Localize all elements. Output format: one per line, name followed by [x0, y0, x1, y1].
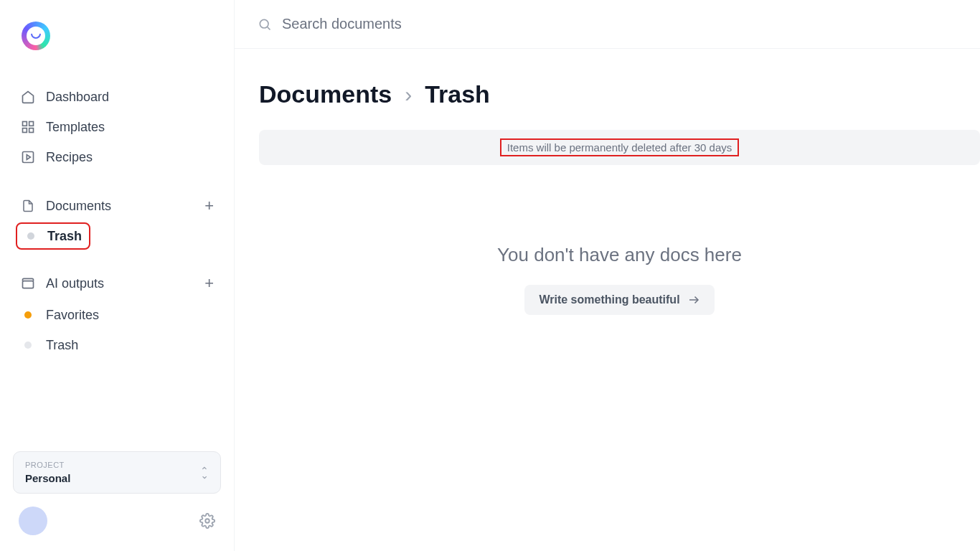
sidebar-item-recipes[interactable]: Recipes: [13, 142, 221, 172]
home-icon: [20, 89, 36, 105]
sidebar-item-trash-2[interactable]: Trash: [13, 330, 221, 360]
content: Documents › Trash Items will be permanen…: [235, 49, 980, 315]
sidebar: Dashboard Templates Recipes Documents + …: [0, 0, 235, 551]
banner-text: Items will be permanently deleted after …: [500, 138, 740, 156]
svg-rect-1: [29, 122, 34, 126]
sidebar-nav: Dashboard Templates Recipes Documents + …: [0, 50, 234, 360]
label: Recipes: [46, 150, 93, 165]
main-area: Documents › Trash Items will be permanen…: [235, 0, 980, 551]
play-square-icon: [20, 149, 36, 165]
logo-area: [0, 0, 234, 50]
add-document-button[interactable]: +: [204, 197, 214, 215]
label: Dashboard: [46, 90, 109, 105]
svg-rect-4: [23, 152, 34, 163]
svg-rect-3: [29, 128, 34, 133]
sidebar-item-documents[interactable]: Documents +: [13, 189, 221, 222]
dot-icon: [20, 337, 36, 353]
dot-icon: [20, 307, 36, 323]
search-input[interactable]: [282, 16, 641, 32]
label: AI outputs: [46, 276, 104, 291]
label: Favorites: [46, 308, 99, 323]
empty-state: You don't have any docs here Write somet…: [259, 244, 980, 315]
arrow-right-icon: [687, 293, 700, 306]
write-something-button[interactable]: Write something beautiful: [524, 285, 714, 315]
empty-title: You don't have any docs here: [259, 244, 980, 266]
breadcrumb: Documents › Trash: [259, 80, 980, 108]
label: Trash: [47, 229, 82, 244]
box-icon: [20, 276, 36, 291]
project-selector[interactable]: PROJECT Personal ⌃⌃: [13, 451, 221, 494]
info-banner: Items will be permanently deleted after …: [259, 130, 980, 165]
chevron-right-icon: ›: [405, 83, 412, 107]
project-caption: PROJECT: [25, 461, 70, 469]
document-icon: [20, 198, 36, 214]
app-logo[interactable]: [22, 22, 50, 50]
svg-point-7: [260, 19, 268, 28]
svg-rect-2: [23, 128, 27, 133]
label: Templates: [46, 120, 105, 135]
svg-line-8: [268, 27, 270, 29]
label: Documents: [46, 199, 111, 214]
gear-icon[interactable]: [199, 513, 215, 529]
search-icon: [258, 17, 272, 32]
add-ai-output-button[interactable]: +: [204, 274, 214, 293]
breadcrumb-leaf: Trash: [425, 80, 490, 108]
sidebar-item-trash[interactable]: Trash: [16, 222, 90, 250]
project-value: Personal: [25, 472, 70, 484]
sidebar-item-templates[interactable]: Templates: [13, 112, 221, 142]
svg-point-6: [205, 519, 209, 523]
label: Trash: [46, 338, 78, 353]
chevron-up-down-icon: ⌃⌃: [200, 468, 209, 477]
svg-rect-0: [23, 122, 27, 126]
sidebar-footer: [0, 507, 234, 551]
write-button-label: Write something beautiful: [539, 293, 679, 306]
dot-icon: [24, 228, 37, 244]
sidebar-item-dashboard[interactable]: Dashboard: [13, 82, 221, 112]
avatar[interactable]: [19, 507, 47, 535]
breadcrumb-root[interactable]: Documents: [259, 80, 392, 108]
grid-icon: [20, 119, 36, 135]
sidebar-item-favorites[interactable]: Favorites: [13, 300, 221, 330]
svg-rect-5: [23, 281, 34, 288]
search-bar: [235, 0, 980, 49]
sidebar-item-ai-outputs[interactable]: AI outputs +: [13, 267, 221, 300]
